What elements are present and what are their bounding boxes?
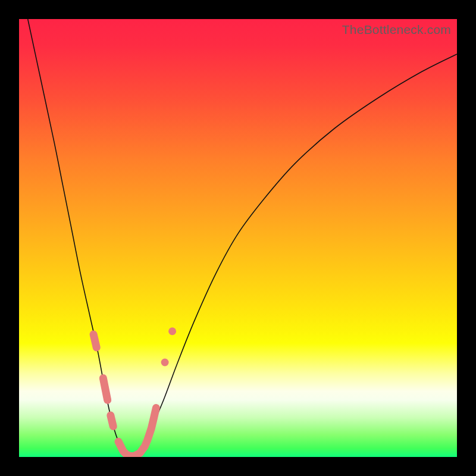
marker-group xyxy=(93,327,176,456)
plot-area: TheBottleneck.com xyxy=(19,19,457,457)
marker-capsule xyxy=(93,334,96,347)
chart-frame: TheBottleneck.com xyxy=(0,0,476,476)
marker-capsule xyxy=(111,415,113,426)
marker-capsule xyxy=(103,378,107,400)
curve-layer xyxy=(19,19,457,457)
marker-capsule xyxy=(118,408,156,456)
marker-dot xyxy=(161,359,169,367)
marker-dot xyxy=(168,327,176,335)
bottleneck-curve xyxy=(28,19,457,457)
